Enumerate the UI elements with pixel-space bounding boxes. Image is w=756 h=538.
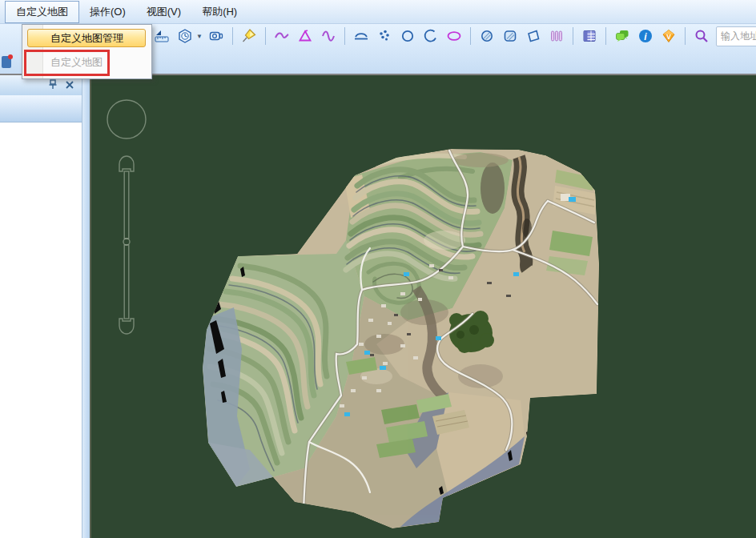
zoom-slider	[119, 156, 134, 334]
menu-item-label: 自定义地图管理	[50, 31, 123, 46]
side-panel	[0, 75, 91, 538]
draw-circle-icon[interactable]	[399, 27, 416, 45]
menu-item-operations[interactable]: 操作(O)	[79, 0, 136, 23]
gem-v-icon[interactable]: V	[660, 27, 678, 45]
pin-icon[interactable]	[48, 78, 58, 93]
draw-bars-icon[interactable]	[548, 27, 565, 45]
side-panel-inner	[0, 75, 82, 538]
draw-multipoint-icon[interactable]	[376, 27, 393, 45]
draw-polygon-icon[interactable]	[296, 27, 314, 45]
draw-quadrilateral-icon[interactable]	[525, 27, 542, 45]
toolbar-separator	[685, 27, 686, 45]
info-icon[interactable]: i	[637, 27, 654, 45]
toolbar-separator	[573, 27, 573, 45]
attribute-table-icon[interactable]	[581, 27, 598, 45]
svg-text:V: V	[666, 33, 671, 41]
side-panel-subheader	[0, 95, 82, 122]
camera-icon[interactable]	[207, 27, 225, 45]
side-panel-content[interactable]	[0, 122, 82, 538]
menu-item-help[interactable]: 帮助(H)	[191, 0, 247, 23]
toolbar-separator	[232, 27, 233, 45]
menu-item-custom-map-manage[interactable]: 自定义地图管理	[27, 29, 146, 47]
panel-splitter[interactable]	[82, 75, 91, 538]
orthophoto[interactable]	[91, 75, 756, 538]
history-clock-icon[interactable]	[176, 27, 194, 45]
toolbar-icon-partial[interactable]	[2, 56, 11, 68]
chevron-down-icon[interactable]: ▼	[196, 33, 203, 40]
close-icon[interactable]	[65, 78, 74, 93]
menu-item-label: 操作(O)	[90, 5, 126, 19]
menu-item-view[interactable]: 视图(V)	[136, 0, 191, 23]
draw-arc-chord-icon[interactable]	[352, 27, 370, 45]
feedback-chat-icon[interactable]	[613, 27, 631, 45]
draw-arc-icon[interactable]	[422, 27, 440, 45]
search-input[interactable]	[716, 26, 756, 46]
search-icon[interactable]	[693, 27, 710, 45]
map-canvas[interactable]	[91, 75, 756, 538]
toolbar-separator	[265, 27, 266, 45]
gis-application-window: { "menu_bar": { "items": [ {"label": "自定…	[0, 0, 756, 538]
menu-item-label: 自定义地图	[16, 5, 68, 19]
toolbar-separator	[470, 27, 471, 45]
menu-item-custom-map[interactable]: 自定义地图	[5, 1, 79, 23]
main-content-row	[0, 75, 756, 538]
map-navigation-control[interactable]	[107, 100, 146, 334]
draw-curve-icon[interactable]	[320, 27, 337, 45]
toolbar-separator	[605, 27, 606, 45]
menu-item-label: 视图(V)	[147, 5, 181, 19]
orthophoto-image	[91, 149, 599, 528]
draw-ellipse-icon[interactable]	[445, 27, 463, 45]
menu-item-label: 帮助(H)	[202, 5, 237, 19]
pushpin-icon[interactable]	[240, 27, 258, 45]
draw-rounded-rect-icon[interactable]	[501, 27, 519, 45]
draw-filled-circle-icon[interactable]	[478, 27, 496, 45]
measure-ruler-icon[interactable]	[153, 27, 171, 45]
menu-bar: 自定义地图 操作(O) 视图(V) 帮助(H)	[0, 0, 756, 24]
annotation-box	[24, 50, 110, 76]
draw-polyline-icon[interactable]	[273, 27, 291, 45]
toolbar-separator	[344, 27, 345, 45]
compass-circle	[107, 100, 146, 139]
